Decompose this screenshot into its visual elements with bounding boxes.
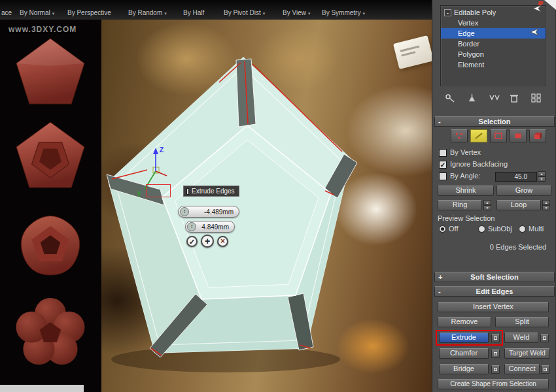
element-icon	[533, 132, 542, 140]
menu-item-by-half[interactable]: By Half	[183, 9, 204, 16]
menu-item-by-symmetry[interactable]: By Symmetry▾	[322, 9, 365, 16]
top-toolbar: ace By Normal▾ By Perspective By Random▾…	[0, 0, 432, 20]
axis-y-label: y	[137, 189, 141, 197]
make-unique-button[interactable]	[486, 91, 503, 104]
spinner-up-icon[interactable]: ▲	[483, 200, 491, 205]
ignore-backfacing-checkbox[interactable]: ✓	[439, 161, 447, 169]
vertex-icon	[455, 132, 464, 140]
trash-icon	[508, 93, 521, 103]
radio-dot	[441, 227, 444, 231]
tree-item-border[interactable]: Border	[441, 39, 546, 49]
settings-square-icon	[544, 368, 547, 371]
3d-viewport[interactable]: Z y Extrude Edges ↕ -4.489mm ↕ 4.849mm ✓…	[101, 20, 432, 392]
caddy-grip-icon	[186, 188, 189, 195]
menu-item-by-perspective[interactable]: By Perspective	[67, 9, 111, 16]
settings-square-icon	[543, 336, 546, 340]
preview-multi-radio[interactable]	[519, 225, 526, 233]
remove-button[interactable]: Remove	[438, 317, 491, 327]
dropdown-arrow-icon: ▾	[362, 11, 365, 16]
dropdown-arrow-icon: ▾	[164, 11, 167, 16]
extrude-base-width-field[interactable]: ↕ 4.849mm	[185, 221, 235, 233]
border-mode-button[interactable]	[490, 129, 507, 142]
caddy-title: Extrude Edges	[183, 186, 239, 197]
preview-subobj-label: SubObj	[488, 225, 512, 233]
selection-marquee	[146, 184, 171, 197]
package-label-line	[400, 46, 420, 52]
preview-off-radio[interactable]	[439, 225, 446, 233]
by-angle-field[interactable]: 45.0	[495, 172, 537, 182]
command-panel: - Editable Poly Vertex Edge Border Polyg…	[432, 0, 556, 392]
split-button[interactable]: Split	[495, 317, 549, 327]
loop-button[interactable]: Loop	[496, 200, 541, 210]
border-icon	[494, 132, 503, 140]
preview-multi-label: Multi	[529, 225, 544, 233]
by-angle-spinner[interactable]: ▲ ▼	[538, 171, 546, 182]
ring-button[interactable]: Ring	[438, 200, 482, 210]
preview-subobj-radio[interactable]	[478, 225, 485, 233]
collapse-icon[interactable]: -	[444, 9, 451, 16]
extrude-height-field[interactable]: ↕ -4.489mm	[178, 206, 239, 218]
by-vertex-checkbox[interactable]	[439, 149, 447, 157]
insert-vertex-button[interactable]: Insert Vertex	[438, 302, 549, 312]
by-angle-checkbox[interactable]	[439, 172, 447, 180]
watermark-text: www.3DXY.COM	[9, 25, 77, 34]
modifier-stack: - Editable Poly Vertex Edge Border Polyg…	[440, 5, 546, 86]
caddy-cancel-button[interactable]: ×	[217, 236, 228, 247]
menu-item-by-normal[interactable]: By Normal▾	[20, 9, 54, 16]
ring-spinner[interactable]: ▲ ▼	[483, 200, 491, 210]
polygon-icon	[513, 132, 523, 140]
menu-item-by-pivot-dist[interactable]: By Pivot Dist▾	[224, 9, 265, 16]
connect-button[interactable]: Connect	[504, 364, 540, 374]
extrude-highlight-annotation	[436, 330, 503, 346]
preview-off-label: Off	[449, 225, 458, 233]
edge-mode-button[interactable]	[470, 129, 487, 142]
grid-icon	[530, 93, 543, 103]
tree-item-element[interactable]: Element	[441, 59, 546, 70]
soft-selection-rollout-header[interactable]: + Soft Selection	[434, 272, 555, 282]
polygon-mode-button[interactable]	[510, 129, 527, 142]
spinner-down-icon[interactable]: ▼	[538, 176, 546, 182]
dropdown-arrow-icon: ▾	[263, 11, 266, 16]
tree-item-editable-poly[interactable]: - Editable Poly	[441, 7, 546, 18]
caddy-apply-button[interactable]: +	[201, 235, 214, 248]
spinner-up-icon[interactable]: ▲	[542, 200, 550, 205]
pin-stack-button[interactable]	[442, 91, 459, 104]
render-thumbnail-1	[1, 37, 99, 114]
chamfer-settings-button[interactable]	[491, 350, 500, 358]
weld-button[interactable]: Weld	[504, 333, 538, 343]
collapse-icon: -	[438, 117, 441, 126]
bottom-watermark-strip	[0, 385, 84, 392]
spinner-down-icon[interactable]: ▼	[483, 205, 491, 210]
preview-selection-label: Preview Selection	[438, 214, 495, 222]
weld-settings-button[interactable]	[540, 334, 549, 342]
spinner-up-icon[interactable]: ▲	[538, 171, 546, 176]
caddy-ok-button[interactable]: ✓	[186, 236, 198, 247]
menu-item-ace[interactable]: ace	[1, 9, 12, 16]
vertex-mode-button[interactable]	[451, 129, 468, 142]
edge-icon	[474, 132, 483, 140]
spinner-down-icon[interactable]: ▼	[542, 205, 550, 210]
package-label-line	[401, 51, 415, 56]
by-vertex-label: By Vertex	[450, 148, 481, 156]
configure-modifier-sets-button[interactable]	[528, 91, 545, 104]
bridge-settings-button[interactable]	[491, 365, 500, 374]
remove-modifier-button[interactable]	[506, 91, 523, 104]
loop-spinner[interactable]: ▲ ▼	[542, 200, 550, 210]
bridge-button[interactable]: Bridge	[439, 364, 489, 374]
create-shape-button[interactable]: Create Shape From Selection	[438, 379, 549, 389]
tree-item-polygon[interactable]: Polygon	[441, 49, 546, 59]
menu-item-by-view[interactable]: By View▾	[283, 9, 310, 16]
chamfer-button[interactable]: Chamfer	[439, 348, 489, 359]
flask-icon	[466, 93, 479, 103]
show-end-result-button[interactable]	[464, 91, 481, 104]
selection-rollout-header[interactable]: - Selection	[434, 116, 555, 127]
connect-settings-button[interactable]	[541, 365, 549, 374]
edit-edges-rollout-header[interactable]: - Edit Edges	[434, 286, 555, 297]
grow-button[interactable]: Grow	[496, 186, 551, 196]
element-mode-button[interactable]	[529, 129, 546, 142]
menu-item-by-random[interactable]: By Random▾	[128, 9, 167, 16]
shrink-button[interactable]: Shrink	[438, 186, 494, 196]
target-weld-button[interactable]: Target Weld	[504, 348, 550, 359]
collapse-icon: -	[438, 287, 441, 296]
tree-item-vertex[interactable]: Vertex	[441, 18, 546, 28]
